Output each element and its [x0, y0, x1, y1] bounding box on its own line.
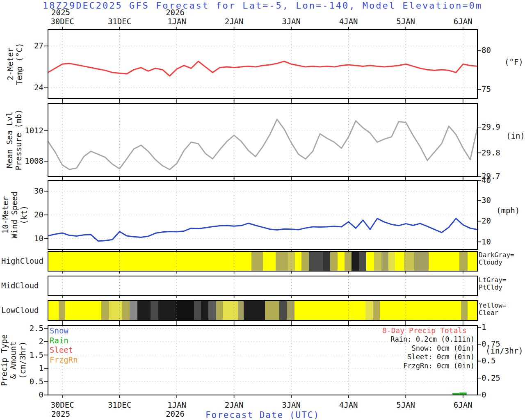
precip-right-ytick-label: 0	[482, 391, 486, 399]
bottom-date-label: 3JAN	[282, 401, 301, 409]
precip-right-unit: (in/3hr)	[486, 347, 523, 355]
top-date-label: 3JAN	[282, 18, 301, 26]
cloud-row-label-low: LowCloud	[1, 306, 39, 315]
highcloud-legend: DarkGray= Cloudy	[479, 251, 514, 266]
temp-right-ytick-label: 80	[482, 46, 491, 55]
precip-totals-line: FrzgRn: 0cm (0in)	[403, 363, 475, 370]
precip-axis-label: Precip Type & Amount (cm/3hr)	[0, 334, 27, 386]
top-date-label: 1JAN	[167, 18, 186, 26]
precip-ytick-label: 0.5	[30, 378, 43, 386]
pressure-ytick-label: 1012	[25, 127, 43, 135]
x-axis-title: Forecast Date (UTC)	[205, 410, 320, 420]
precip-legend-frzgrn: FrzgRn	[50, 356, 78, 364]
lowcloud-legend: Yellow= Clear	[479, 302, 506, 316]
precip-totals-line: Rain: 0.2cm (0.11in)	[390, 336, 475, 343]
top-date-label: 30DEC	[50, 18, 74, 26]
top-year-label: 2026	[166, 9, 185, 17]
precip-ytick-label: 0	[39, 391, 43, 399]
top-date-label: 2JAN	[225, 18, 244, 26]
pressure-right-unit: (in)	[506, 132, 525, 140]
temp-ytick-label: 27	[34, 42, 43, 50]
precip-legend-snow: Snow	[50, 327, 68, 335]
precip-right-ytick-label: 0.25	[482, 374, 500, 382]
top-date-label: 5JAN	[396, 18, 415, 26]
precip-right-ytick-label: 1	[482, 323, 486, 331]
bottom-date-label: 30DEC	[50, 401, 74, 409]
precip-totals-line: Sleet: 0cm (0in)	[407, 354, 475, 361]
wind-right-ytick-label: 40	[482, 176, 491, 185]
precip-ytick-label: 1	[39, 364, 43, 372]
pressure-right-ytick-label: 29.9	[482, 123, 500, 131]
top-date-label: 6JAN	[454, 18, 472, 26]
precip-ytick-label: 2	[39, 338, 43, 346]
midcloud-legend: LtGray= PtCldy	[479, 276, 506, 291]
wind-right-ytick-label: 20	[482, 217, 491, 225]
precip-ytick-label: 2.5	[30, 324, 43, 333]
precip-legend-sleet: Sleet	[50, 346, 73, 354]
cloud-row-label-high: HighCloud	[1, 257, 43, 265]
bottom-year-label: 2026	[166, 410, 185, 418]
bottom-date-label: 5JAN	[396, 401, 415, 409]
bottom-date-label: 4JAN	[339, 401, 358, 409]
cloud-row-label-mid: MidCloud	[1, 282, 39, 290]
bottom-date-label: 31DEC	[108, 401, 131, 409]
pressure-ytick-label: 1008	[25, 157, 43, 165]
temp-right-unit: (°F)	[504, 58, 523, 66]
wind-right-ytick-label: 10	[482, 238, 491, 246]
precip-ytick-label: 1.5	[30, 351, 43, 359]
top-date-label: 31DEC	[108, 18, 131, 26]
temp-axis-label: 2-Meter Temp (°C)	[6, 43, 24, 85]
wind-ytick-label: 10	[34, 235, 43, 243]
wind-right-ytick-label: 30	[482, 196, 491, 205]
top-year-label: 2025	[51, 9, 70, 17]
temp-right-ytick-label: 75	[482, 85, 491, 94]
bottom-date-label: 1JAN	[167, 401, 186, 409]
wind-ytick-label: 20	[34, 211, 43, 219]
top-date-label: 4JAN	[339, 18, 358, 26]
wind-right-unit: (mph)	[496, 207, 520, 215]
pressure-right-ytick-label: 29.8	[482, 149, 500, 157]
temp-ytick-label: 24	[34, 84, 43, 92]
wind-ytick-label: 30	[34, 187, 43, 195]
bottom-year-label: 2025	[51, 410, 70, 418]
precip-right-ytick-label: 0.5	[482, 357, 495, 365]
precip-totals-line: Snow: 0cm (0in)	[411, 345, 475, 352]
gfs-meteogram-page: { "title": "18Z29DEC2025 GFS Forecast fo…	[0, 0, 525, 420]
pressure-axis-label: Mean Sea Lvl Pressure (mb)	[5, 110, 23, 171]
precip-legend-rain: Rain	[50, 337, 68, 345]
precip-totals-title: 8-Day Precip Totals	[382, 327, 467, 335]
bottom-date-label: 2JAN	[225, 401, 244, 409]
wind-axis-label: 10-Meter Wind Speed (kt)	[1, 192, 28, 238]
bottom-date-label: 6JAN	[454, 401, 472, 409]
chart-title: 18Z29DEC2025 GFS Forecast for Lat=-5, Lo…	[0, 1, 525, 10]
